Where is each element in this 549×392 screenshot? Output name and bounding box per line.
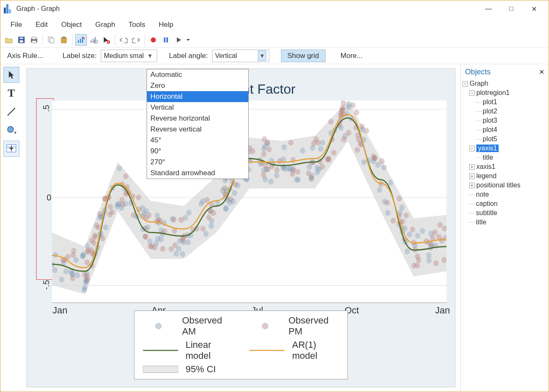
legend-label: 95% CI — [186, 364, 216, 375]
menu-help[interactable]: Help — [152, 18, 180, 32]
tree-node[interactable]: −Graph — [462, 79, 547, 88]
svg-point-75 — [53, 267, 58, 273]
maximize-button[interactable]: □ — [500, 0, 523, 17]
graph-view-icon[interactable] — [88, 34, 100, 46]
svg-point-131 — [174, 251, 179, 256]
dropdown-item[interactable]: Zero — [147, 80, 248, 91]
tree-node[interactable]: −yaxis1 — [462, 144, 547, 153]
tree-node[interactable]: plot4 — [462, 125, 547, 134]
graph-edit-icon[interactable] — [75, 34, 87, 46]
tree-node[interactable]: plot5 — [462, 134, 547, 144]
play-icon[interactable] — [173, 34, 184, 46]
tree-node[interactable]: caption — [462, 199, 547, 208]
undo-icon[interactable] — [118, 34, 129, 46]
dropdown-item[interactable]: Standard arrowhead — [147, 168, 248, 179]
app-icon — [4, 4, 13, 13]
label-size-combo[interactable]: Medium smal ▾ — [101, 50, 157, 62]
pointer-tool[interactable] — [3, 67, 19, 83]
menu-edit[interactable]: Edit — [29, 18, 54, 32]
print-icon[interactable] — [28, 34, 40, 46]
canvas-area[interactable]: Adjustment Factor .5 0 -.5 Jan Apr Jul O… — [22, 64, 460, 392]
tree-node[interactable]: note — [462, 190, 547, 199]
svg-point-105 — [82, 285, 87, 291]
graph-canvas[interactable]: Adjustment Factor .5 0 -.5 Jan Apr Jul O… — [26, 68, 455, 387]
menu-graph[interactable]: Graph — [89, 18, 122, 32]
more-button[interactable]: More... — [337, 52, 366, 60]
tree-node[interactable]: +positional titles — [462, 181, 547, 190]
tree-node[interactable]: −plotregion1 — [462, 88, 547, 97]
tree-node[interactable]: subtitle — [462, 208, 547, 218]
play-dropdown-icon[interactable] — [185, 34, 191, 46]
text-tool[interactable]: T — [3, 85, 19, 101]
svg-point-211 — [84, 260, 89, 265]
svg-rect-10 — [78, 40, 79, 43]
dropdown-item[interactable]: Horizontal — [147, 91, 248, 102]
tree-node[interactable]: title — [462, 218, 547, 227]
line-tool[interactable] — [3, 104, 19, 120]
open-icon[interactable] — [3, 34, 15, 46]
svg-point-228 — [143, 234, 148, 239]
svg-point-345 — [82, 272, 87, 277]
menu-tools[interactable]: Tools — [122, 18, 152, 32]
svg-point-363 — [338, 110, 343, 116]
svg-point-149 — [203, 231, 208, 237]
label-angle-dropdown[interactable]: AutomaticZeroHorizontalVerticalReverse h… — [147, 69, 249, 179]
marker-tool[interactable]: + — [3, 122, 19, 138]
dropdown-item[interactable]: Vertical — [147, 102, 248, 113]
svg-point-170 — [269, 158, 274, 163]
svg-point-179 — [223, 205, 229, 211]
tree-node[interactable]: plot2 — [462, 107, 547, 116]
menu-object[interactable]: Object — [55, 18, 89, 32]
tree-node[interactable]: title — [462, 153, 547, 162]
window-title: Graph - Graph — [16, 5, 60, 13]
svg-point-56 — [103, 224, 108, 230]
panel-close-icon[interactable]: ✕ — [539, 68, 544, 76]
svg-point-156 — [399, 205, 405, 210]
dropdown-item[interactable]: 45° — [147, 135, 248, 146]
svg-point-41 — [420, 228, 425, 234]
dropdown-item[interactable]: Reverse horizontal — [147, 113, 248, 124]
dropdown-item[interactable]: 90° — [147, 146, 248, 157]
svg-point-338 — [136, 195, 141, 200]
record-icon[interactable] — [147, 34, 159, 46]
menu-file[interactable]: File — [4, 18, 29, 32]
label-angle-combo[interactable]: Vertical ▾ — [212, 50, 269, 62]
svg-point-227 — [92, 240, 97, 246]
tree-node[interactable]: +xaxis1 — [462, 162, 547, 171]
svg-point-189 — [274, 173, 279, 178]
grid-edit-tool[interactable] — [3, 141, 19, 157]
copy-icon[interactable] — [45, 34, 57, 46]
pause-icon[interactable] — [160, 34, 172, 46]
tree-node[interactable]: plot3 — [462, 116, 547, 125]
show-grid-button[interactable]: Show grid — [281, 50, 326, 62]
svg-point-271 — [169, 246, 174, 252]
minimize-button[interactable]: ― — [477, 0, 500, 17]
svg-point-333 — [233, 182, 238, 187]
svg-point-311 — [415, 263, 420, 268]
save-icon[interactable] — [16, 34, 27, 46]
svg-point-265 — [108, 204, 113, 210]
svg-point-186 — [232, 190, 237, 196]
svg-rect-5 — [32, 41, 36, 43]
titlebar: Graph - Graph ― □ ✕ — [0, 0, 549, 17]
svg-point-288 — [442, 257, 447, 263]
svg-point-352 — [154, 218, 159, 224]
svg-point-213 — [410, 226, 415, 232]
legend-label: AR(1) model — [292, 339, 339, 361]
dropdown-item[interactable]: Reverse vertical — [147, 124, 248, 135]
svg-point-342 — [92, 233, 97, 238]
redo-icon[interactable] — [130, 34, 142, 46]
deselect-icon[interactable] — [100, 34, 112, 46]
svg-point-296 — [267, 147, 272, 152]
close-button[interactable]: ✕ — [523, 0, 545, 17]
paste-icon[interactable] — [58, 34, 70, 46]
dropdown-item[interactable]: 270° — [147, 157, 248, 168]
svg-point-364 — [364, 128, 369, 134]
object-tree[interactable]: −Graph−plotregion1plot1plot2plot3plot4pl… — [462, 79, 547, 227]
tree-node[interactable]: +legend — [462, 171, 547, 181]
tree-node[interactable]: plot1 — [462, 97, 547, 107]
svg-point-313 — [274, 167, 279, 173]
axis-rule-button[interactable]: Axis Rule... — [4, 52, 47, 60]
label-size-value: Medium smal — [104, 52, 144, 60]
dropdown-item[interactable]: Automatic — [147, 69, 248, 80]
